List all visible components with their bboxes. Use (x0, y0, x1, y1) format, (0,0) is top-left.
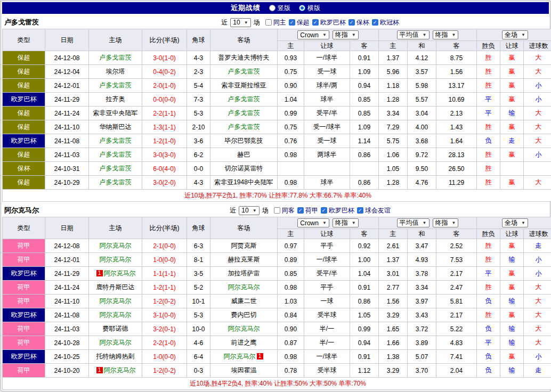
match-score: 3-0(3-0) (142, 148, 187, 162)
team-link[interactable]: 索非亚斯拉维亚 (222, 81, 266, 89)
team-link[interactable]: 阿尔克马尔 (100, 297, 132, 305)
result-over-under: 大 (524, 107, 551, 120)
checkbox-checked-icon[interactable] (297, 207, 304, 214)
filter-checkbox[interactable]: 欧罗巴杯 (321, 206, 354, 215)
team-link[interactable]: 威廉二世 (231, 297, 257, 305)
team-link[interactable]: 费耶诺德 (103, 325, 128, 332)
team-link[interactable]: 卢多戈雷茨 (100, 137, 132, 144)
col-goals-result: 进球数 (524, 229, 551, 239)
filter-checkbox[interactable]: 荷甲 (297, 206, 318, 215)
full-match-select[interactable]: 全场▼ (502, 30, 528, 39)
match-score: 1-2(1-1) (142, 281, 187, 295)
team-link[interactable]: 阿尔克马尔 (228, 283, 260, 291)
team-link[interactable]: 阿尔克马尔 (104, 366, 136, 374)
chevron-down-icon: ▼ (452, 32, 456, 37)
team-link[interactable]: 阿尔克马尔 (104, 270, 136, 277)
final-odds-select[interactable]: 终指▼ (333, 218, 359, 227)
handicap-line: 球半 (304, 176, 350, 190)
team-link[interactable]: 前进之鹰 (231, 339, 257, 346)
filter-checkbox[interactable]: 球会友谊 (357, 206, 391, 215)
team-link[interactable]: 卢多戈雷茨 (100, 165, 132, 172)
checkbox-unchecked-icon[interactable] (265, 19, 272, 26)
filter-checkbox[interactable]: 欧罗巴杯 (312, 18, 346, 27)
team-link[interactable]: 卢多戈雷茨 (100, 178, 132, 186)
result-handicap: 赢 (500, 65, 524, 79)
team-link[interactable]: 卢多戈雷茨 (100, 81, 132, 89)
team-link[interactable]: 切尔诺莫雷特 (225, 165, 263, 172)
team-link[interactable]: 埃尔塔 (106, 68, 125, 75)
team-link[interactable]: 阿尔克马尔 (228, 325, 260, 332)
handicap-line: 平手 (304, 281, 350, 295)
match-count-select[interactable]: 10 ▼ (239, 206, 259, 215)
checkbox-checked-icon[interactable] (312, 19, 319, 26)
col-handicap-result: 让球 (500, 41, 524, 51)
checkbox-checked-icon[interactable] (321, 207, 327, 214)
radio-unselected-icon (269, 5, 276, 11)
match-date: 24-11-29 (45, 267, 89, 281)
team-link[interactable]: 托特纳姆热刺 (96, 353, 135, 360)
away-team: 赫巴 (210, 148, 278, 162)
filter-checkbox[interactable]: 保超 (289, 18, 310, 27)
team-link[interactable]: 卢多戈雷茨 (100, 151, 132, 158)
team-link[interactable]: 索非亚1948中央陆军 (214, 178, 273, 186)
filter-checkbox[interactable]: 保杯 (349, 18, 369, 27)
filter-checkbox-label: 球会友谊 (365, 206, 391, 215)
final-odds-select[interactable]: 终指▼ (433, 30, 459, 39)
match-type-badge: 保超 (3, 148, 45, 162)
result-win-draw-lose: 平 (477, 93, 500, 107)
avg-draw-odds: 3.04 (408, 107, 436, 120)
team-link[interactable]: 阿尔克马尔 (100, 256, 132, 263)
checkbox-checked-icon[interactable] (357, 207, 363, 214)
bookmaker-select[interactable]: Crown▼ (297, 218, 329, 227)
team-link[interactable]: 拉齐奥 (106, 95, 125, 103)
team-link[interactable]: 卢多戈雷茨 (228, 68, 260, 75)
filter-checkbox[interactable]: 同主 (265, 18, 286, 27)
team-link[interactable]: 阿贾克斯 (231, 242, 257, 249)
result-win-draw-lose: 胜 (477, 239, 500, 253)
team-link[interactable]: 毕尔巴鄂竞技 (225, 137, 263, 144)
filter-checkbox[interactable]: 同客 (274, 206, 295, 215)
team-link[interactable]: 加拉塔萨雷 (228, 270, 260, 277)
team-link[interactable]: 索非亚中央陆军 (93, 109, 138, 117)
team-link[interactable]: 费内巴切 (231, 311, 257, 318)
match-date: 24-11-03 (45, 322, 89, 336)
team-link[interactable]: 埃因霍温 (231, 366, 257, 374)
checkbox-checked-icon[interactable] (289, 19, 295, 26)
team-link[interactable]: 赫巴 (238, 151, 250, 158)
team-link[interactable]: 卢多戈雷茨 (228, 109, 260, 117)
match-date: 24-11-08 (45, 134, 89, 148)
layout-radio-horizontal[interactable]: 横版 (299, 4, 320, 13)
crown-home-odds: 0.75 (278, 120, 304, 134)
average-select[interactable]: 平均值▼ (397, 30, 430, 39)
match-count-select[interactable]: 10 ▼ (230, 18, 250, 27)
chevron-down-icon: ▼ (423, 220, 427, 225)
team-link[interactable]: 卢多戈雷茨 (228, 123, 260, 130)
team-link[interactable]: 鹿特丹斯巴达 (96, 283, 135, 291)
team-link[interactable]: 阿尔克马尔 (100, 339, 132, 346)
full-match-select[interactable]: 全场▼ (502, 218, 528, 227)
col-away: 客场 (210, 217, 278, 239)
checkbox-checked-icon[interactable] (349, 19, 355, 26)
team-link[interactable]: 卢多戈雷茨 (228, 95, 260, 103)
final-odds-select[interactable]: 终指▼ (433, 218, 459, 227)
layout-radio-vertical[interactable]: 竖版 (269, 4, 290, 13)
final-odds-value: 终指 (435, 218, 448, 227)
average-select[interactable]: 平均值▼ (397, 218, 430, 227)
team-link[interactable]: 阿尔克马尔 (100, 311, 132, 318)
team-link[interactable]: 华纳斯巴达 (100, 123, 132, 130)
match-type-badge: 荷甲 (3, 364, 45, 378)
checkbox-unchecked-icon[interactable] (274, 207, 280, 214)
handicap-line: 受一球 (304, 65, 350, 79)
team-link[interactable]: 阿尔克马尔 (100, 242, 132, 249)
bookmaker-select[interactable]: Crown▼ (297, 30, 329, 39)
team-link[interactable]: 阿尔克马尔 (224, 353, 256, 360)
avg-home-odds: 3.29 (379, 308, 408, 322)
filter-checkbox[interactable]: 欧冠杯 (372, 18, 399, 27)
chevron-down-icon: ▼ (423, 32, 427, 37)
team-link[interactable]: 赫拉克莱斯 (228, 256, 260, 263)
final-odds-select[interactable]: 终指▼ (333, 30, 359, 39)
match-row: 荷甲24-10-28阿尔克马尔2-2(1-0)4-6前进之鹰0.87半/一0.9… (3, 336, 551, 350)
checkbox-checked-icon[interactable] (372, 19, 378, 26)
team-link[interactable]: 卢多戈雷茨 (100, 54, 132, 61)
team-link[interactable]: 普罗夫迪夫博特夫 (218, 54, 270, 61)
